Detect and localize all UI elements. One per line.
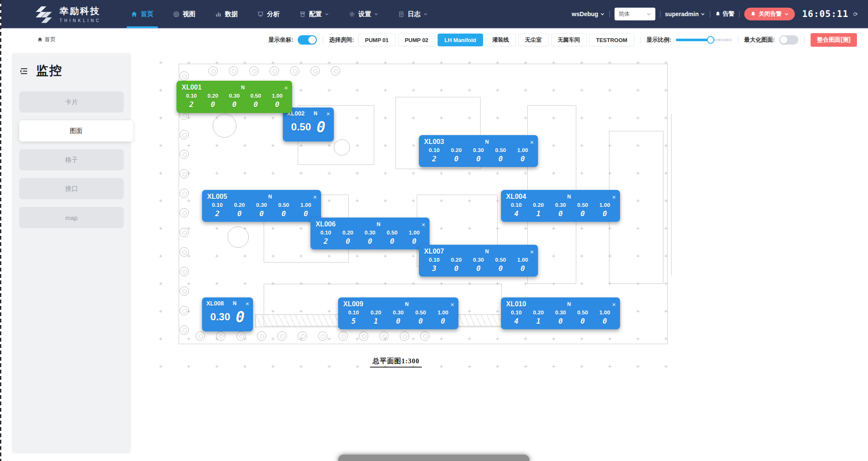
grid-plus-mark: + (440, 362, 444, 370)
tree-symbol (179, 325, 189, 335)
card-value-row: 30000 (419, 263, 538, 273)
tick-value: 1 (365, 317, 387, 325)
breadcrumb[interactable]: 首页 (37, 36, 56, 43)
show-coords-toggle[interactable] (298, 35, 317, 45)
tick-label: 1.00 (267, 93, 288, 99)
device-card-XL004[interactable]: XL004N×0.100.200.300.501.0041000 (501, 190, 620, 222)
card-n-label: N (363, 301, 450, 307)
device-card-XL001[interactable]: XL001N×0.100.200.300.501.0020000 (176, 81, 292, 113)
tick-value: 2 (181, 100, 202, 109)
bell-icon (750, 11, 756, 17)
close-alarm-button[interactable]: 关闭告警 (744, 8, 795, 20)
sidebar-item-plan[interactable]: 图面 (19, 120, 133, 141)
room-button-cleanroom[interactable]: 无尘室 (518, 34, 549, 46)
bottom-scrollbar[interactable] (338, 455, 529, 461)
tick-value: 1 (527, 209, 549, 218)
grid-plus-mark: + (468, 362, 472, 370)
close-icon[interactable]: × (530, 139, 534, 145)
tick-label: 0.10 (423, 257, 445, 263)
floor-plan: ++++++++++++++++++++++++++++++++++++++++… (157, 54, 697, 377)
tree-symbol (420, 331, 430, 341)
sidebar-item-map[interactable]: map (19, 207, 124, 228)
device-card-XL002[interactable]: XL002N×0.500 (283, 107, 334, 141)
close-icon[interactable]: × (612, 301, 616, 308)
language-value: 简体 (619, 10, 630, 18)
grid-plus-mark: + (159, 362, 163, 370)
close-icon[interactable]: × (612, 194, 616, 200)
device-card-XL007[interactable]: XL007N×0.100.200.300.501.0030000 (419, 245, 538, 277)
tick-label: 0.20 (228, 202, 250, 208)
room-button-pump-01[interactable]: PUMP 01 (358, 34, 395, 46)
refresh-icon[interactable]: ⟳ (853, 11, 858, 17)
card-value-row: 20000 (202, 208, 321, 218)
card-value-row: 20000 (176, 99, 292, 109)
sidebar-item-api[interactable]: 接口 (19, 178, 124, 199)
nav-item-home[interactable]: 首页 (131, 0, 154, 28)
grid-plus-mark: + (187, 362, 191, 370)
room-button-lh-manifold[interactable]: LH Manifold (438, 34, 483, 46)
close-icon[interactable]: × (450, 301, 454, 308)
sidebar-item-grid[interactable]: 格子 (19, 149, 124, 170)
nav-item-label: 数据 (225, 10, 238, 18)
user-menu[interactable]: superadmin (665, 11, 705, 17)
language-select[interactable]: 简体 (615, 8, 655, 20)
device-card-XL010[interactable]: XL010N×0.100.200.300.501.0041000 (501, 297, 620, 329)
grid-plus-mark: + (159, 307, 163, 314)
logo-subtitle: THINKLINC (60, 18, 101, 23)
close-icon[interactable]: × (326, 110, 330, 117)
navbar-bottom-line (0, 28, 868, 29)
tick-value: 0 (432, 317, 454, 325)
tree-symbol (249, 66, 259, 76)
nav-item-log[interactable]: 日志 (398, 0, 428, 28)
tick-label: 0.50 (273, 202, 295, 208)
device-card-XL006[interactable]: XL006N×0.100.200.300.501.0020000 (310, 218, 430, 249)
slider-thumb[interactable] (707, 36, 714, 44)
tick-label: 0.10 (206, 202, 228, 208)
device-card-XL008[interactable]: XL008N×0.300 (202, 297, 253, 331)
card-value-row: 41000 (501, 316, 620, 325)
maximize-toggle[interactable] (779, 35, 798, 45)
room-button-pump-02[interactable]: PUMP 02 (398, 34, 435, 46)
nav-item-analysis[interactable]: 分析 (257, 0, 280, 28)
tick-value: 0 (445, 264, 467, 273)
card-title: XL004 (506, 193, 526, 201)
collapse-menu-icon[interactable] (20, 67, 28, 76)
card-title: XL007 (424, 248, 444, 255)
tick-label: 0.50 (489, 147, 512, 153)
logo: 幸励科技 THINKLINC (34, 5, 101, 23)
tree-symbol (270, 66, 279, 76)
close-icon[interactable]: × (530, 249, 534, 255)
divider (804, 37, 805, 43)
room-button-filling-line[interactable]: 灌装线 (486, 34, 516, 46)
nav-item-settings[interactable]: 设置 (349, 0, 379, 28)
tree-symbol (208, 66, 218, 76)
card-title: XL009 (343, 300, 363, 308)
close-icon[interactable]: × (284, 85, 288, 91)
chevron-down-icon (374, 12, 379, 17)
close-icon[interactable]: × (421, 221, 425, 228)
ws-debug-dropdown[interactable]: wsDebug (572, 11, 604, 17)
device-card-XL005[interactable]: XL005N×0.100.200.300.501.0020000 (202, 190, 321, 222)
close-icon[interactable]: × (313, 194, 317, 200)
nav-item-data[interactable]: 数据 (215, 0, 238, 28)
divider (739, 11, 740, 17)
scale-slider[interactable] (676, 36, 732, 44)
tick-value: 0 (224, 100, 245, 109)
tick-label: 1.00 (512, 147, 534, 153)
close-icon[interactable]: × (245, 300, 249, 307)
tick-label: 0.20 (365, 309, 387, 316)
device-card-XL003[interactable]: XL003N×0.100.200.300.501.0020000 (419, 135, 538, 167)
device-card-XL009[interactable]: XL009N×0.100.200.300.501.0051000 (338, 297, 458, 329)
alarm-button[interactable]: 告警 (715, 10, 734, 18)
chevron-down-icon (324, 12, 329, 17)
bell-icon (715, 11, 721, 17)
nav-item-view[interactable]: 视图 (173, 0, 196, 28)
room-button-aseptic-shop[interactable]: 无菌车间 (551, 34, 587, 46)
tick-value: 0 (467, 155, 489, 163)
card-value-row: 20000 (419, 153, 538, 163)
sidebar-item-card[interactable]: 卡片 (19, 91, 124, 113)
room-button-testroom[interactable]: TESTROOM (589, 34, 635, 46)
integrate-view-button[interactable]: 整合图面[测] (811, 33, 857, 47)
slider-stop (718, 39, 720, 41)
nav-item-config[interactable]: 配置 (299, 0, 329, 28)
